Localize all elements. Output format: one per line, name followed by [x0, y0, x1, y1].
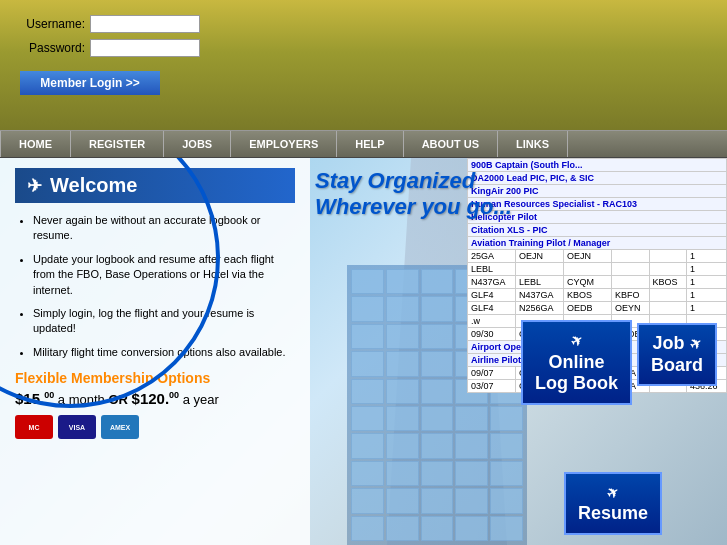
- table-cell: [649, 250, 687, 263]
- resume-button[interactable]: ✈ Resume: [564, 472, 662, 535]
- table-cell: 1: [687, 289, 727, 302]
- table-cell: [649, 302, 687, 315]
- table-cell: 09/30: [468, 328, 516, 341]
- table-cell: 1: [687, 302, 727, 315]
- resume-plane-icon: ✈: [604, 483, 623, 504]
- feature-item: Simply login, log the flight and your re…: [33, 306, 295, 337]
- table-cell: 09/07: [468, 367, 516, 380]
- left-panel: ✈ Welcome Never again be without an accu…: [0, 158, 310, 545]
- login-form: Username: Password: Member Login >>: [20, 15, 200, 95]
- table-cell: OEDB: [563, 302, 611, 315]
- password-input[interactable]: [90, 39, 200, 57]
- stay-organized-text: Stay OrganizedWherever you go...: [315, 168, 512, 221]
- membership-title: Flexible Membership Options: [15, 370, 295, 386]
- table-cell: [515, 263, 563, 276]
- table-cell: LEBL: [468, 263, 516, 276]
- table-cell: 1: [687, 263, 727, 276]
- welcome-header: ✈ Welcome: [15, 168, 295, 203]
- nav-help[interactable]: HELP: [337, 131, 403, 157]
- membership-price: $15.00 a month OR $120.00 a year: [15, 390, 295, 407]
- mastercard-icon: MC: [15, 415, 53, 439]
- price-monthly: $15.00: [15, 390, 54, 407]
- job-board-button[interactable]: Job ✈Board: [637, 323, 717, 386]
- visa-icon: VISA: [58, 415, 96, 439]
- table-cell: CYQM: [563, 276, 611, 289]
- table-cell: .w: [468, 315, 516, 328]
- table-cell: OEJN: [563, 250, 611, 263]
- table-cell: N437GA: [515, 289, 563, 302]
- logbook-plane-icon: ✈: [567, 331, 586, 352]
- table-cell: N256GA: [515, 302, 563, 315]
- star-plane-icon: ✈: [27, 175, 42, 197]
- job-listing-title: Aviation Training Pilot / Manager: [468, 237, 727, 250]
- nav-about[interactable]: ABOUT US: [404, 131, 498, 157]
- table-cell: [611, 250, 649, 263]
- price-period-annual: a year: [183, 392, 219, 407]
- table-cell: KBOS: [649, 276, 687, 289]
- table-cell: 1: [687, 250, 727, 263]
- feature-item: Military flight time conversion options …: [33, 345, 295, 360]
- price-or: OR: [108, 392, 131, 407]
- welcome-title: Welcome: [50, 174, 137, 197]
- nav-jobs[interactable]: JOBS: [164, 131, 231, 157]
- jobboard-plane-icon: ✈: [686, 334, 705, 355]
- password-label: Password:: [20, 41, 85, 55]
- feature-item: Update your logbook and resume after eac…: [33, 252, 295, 298]
- nav-links[interactable]: LINKS: [498, 131, 568, 157]
- table-cell: [611, 263, 649, 276]
- price-annual: $120.00: [132, 390, 180, 407]
- table-cell: LEBL: [515, 276, 563, 289]
- price-period-monthly: a month: [58, 392, 109, 407]
- amex-icon: AMEX: [101, 415, 139, 439]
- table-cell: [649, 263, 687, 276]
- table-cell: N437GA: [468, 276, 516, 289]
- username-input[interactable]: [90, 15, 200, 33]
- job-listing-title: Citation XLS - PIC: [468, 224, 727, 237]
- nav-home[interactable]: HOME: [0, 131, 71, 157]
- header-area: Username: Password: Member Login >>: [0, 0, 727, 130]
- table-cell: 1: [687, 276, 727, 289]
- feature-list: Never again be without an accurate logbo…: [15, 213, 295, 360]
- login-button[interactable]: Member Login >>: [20, 71, 160, 95]
- online-logbook-button[interactable]: ✈ OnlineLog Book: [521, 320, 632, 405]
- feature-item: Never again be without an accurate logbo…: [33, 213, 295, 244]
- table-cell: KBOS: [563, 289, 611, 302]
- payment-icons: MC VISA AMEX: [15, 415, 295, 439]
- username-row: Username:: [20, 15, 200, 33]
- table-cell: [563, 263, 611, 276]
- table-cell: KBFO: [611, 289, 649, 302]
- table-cell: [649, 289, 687, 302]
- nav-employers[interactable]: EMPLOYERS: [231, 131, 337, 157]
- table-cell: [611, 276, 649, 289]
- table-cell: GLF4: [468, 302, 516, 315]
- main-content: Stay OrganizedWherever you go... ✈ Welco…: [0, 158, 727, 545]
- password-row: Password:: [20, 39, 200, 57]
- nav-register[interactable]: REGISTER: [71, 131, 164, 157]
- table-cell: OEYN: [611, 302, 649, 315]
- table-cell: 03/07: [468, 380, 516, 393]
- username-label: Username:: [20, 17, 85, 31]
- table-cell: 25GA: [468, 250, 516, 263]
- navbar: HOME REGISTER JOBS EMPLOYERS HELP ABOUT …: [0, 130, 727, 158]
- table-cell: OEJN: [515, 250, 563, 263]
- table-cell: GLF4: [468, 289, 516, 302]
